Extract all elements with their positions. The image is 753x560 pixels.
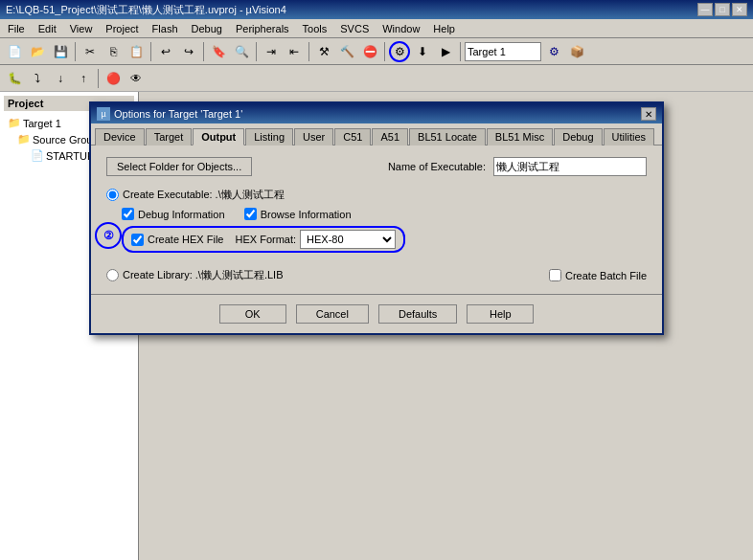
save-button[interactable]: 💾 bbox=[50, 41, 71, 62]
toolbar-sep-1 bbox=[75, 42, 76, 61]
minimize-button[interactable]: — bbox=[697, 3, 713, 16]
modal-overlay: µ Options for Target 'Target 1' ✕ Device… bbox=[0, 92, 753, 560]
tab-a51[interactable]: A51 bbox=[372, 128, 408, 146]
toolbar-secondary: 🐛 ⤵ ↓ ↑ 🔴 👁 bbox=[0, 65, 753, 92]
stop-build-button[interactable]: ⛔ bbox=[359, 41, 380, 62]
toolbar-sep-5 bbox=[308, 42, 309, 61]
title-bar: E:\LQB-51_Project\测试工程\懒人测试工程.uvproj - µ… bbox=[0, 0, 753, 19]
toolbar-main: 📄 📂 💾 ✂ ⎘ 📋 ↩ ↪ 🔖 🔍 ⇥ ⇤ ⚒ 🔨 ⛔ ⚙ ⬇ ▶ Targ… bbox=[0, 38, 753, 65]
ok-button[interactable]: OK bbox=[219, 304, 286, 324]
create-library-row: Create Library: .\懒人测试工程.LIB bbox=[106, 268, 284, 282]
step-out-button[interactable]: ↑ bbox=[73, 68, 94, 89]
watch-button[interactable]: 👁 bbox=[126, 68, 147, 89]
menu-window[interactable]: Window bbox=[378, 22, 423, 35]
hex-format-label: HEX Format: bbox=[235, 234, 296, 245]
dialog-title-icon: µ bbox=[97, 107, 110, 121]
help-button[interactable]: Help bbox=[467, 304, 534, 324]
options-target-button[interactable]: ⚙ bbox=[389, 41, 410, 62]
tab-target[interactable]: Target bbox=[146, 128, 193, 146]
step-over-button[interactable]: ⤵ bbox=[27, 68, 48, 89]
menu-svcs[interactable]: SVCS bbox=[336, 22, 373, 35]
defaults-button[interactable]: Defaults bbox=[378, 304, 457, 324]
find-button[interactable]: 🔍 bbox=[231, 41, 252, 62]
menu-tools[interactable]: Tools bbox=[299, 22, 331, 35]
tab-bl51-locate[interactable]: BL51 Locate bbox=[409, 128, 486, 146]
paste-button[interactable]: 📋 bbox=[126, 41, 147, 62]
dialog-close-button[interactable]: ✕ bbox=[641, 107, 656, 121]
breakpoint-button[interactable]: 🔴 bbox=[103, 68, 124, 89]
bottom-row: Create Library: .\懒人测试工程.LIB Create Batc… bbox=[106, 268, 647, 282]
create-exe-section: Create Executable: .\懒人测试工程 Debug Inform… bbox=[106, 188, 647, 253]
menu-file[interactable]: File bbox=[4, 22, 29, 35]
redo-button[interactable]: ↪ bbox=[178, 41, 199, 62]
tab-utilities[interactable]: Utilities bbox=[604, 128, 654, 146]
dialog-content: Select Folder for Objects... Name of Exe… bbox=[91, 146, 662, 294]
toolbar2-sep bbox=[98, 69, 99, 88]
toolbar-sep-3 bbox=[203, 42, 204, 61]
options-dialog: µ Options for Target 'Target 1' ✕ Device… bbox=[89, 101, 664, 335]
menu-edit[interactable]: Edit bbox=[34, 22, 60, 35]
hex-format-select[interactable]: HEX-80 HEX-386 bbox=[300, 230, 396, 249]
create-batch-label: Create Batch File bbox=[565, 270, 647, 281]
dialog-title-bar: µ Options for Target 'Target 1' ✕ bbox=[91, 104, 662, 123]
debug-info-row: Debug Information Browse Information bbox=[122, 208, 647, 220]
dialog-title-text: Options for Target 'Target 1' bbox=[114, 108, 641, 120]
dialog-button-row: OK Cancel Defaults Help bbox=[91, 294, 662, 333]
package-installer-button[interactable]: 📦 bbox=[566, 41, 587, 62]
create-hex-checkbox[interactable] bbox=[131, 234, 144, 246]
tab-output[interactable]: Output bbox=[193, 128, 244, 146]
tab-debug[interactable]: Debug bbox=[554, 128, 602, 146]
toolbar-sep-6 bbox=[384, 42, 385, 61]
cut-button[interactable]: ✂ bbox=[80, 41, 101, 62]
folder-name-row: Select Folder for Objects... Name of Exe… bbox=[106, 157, 647, 176]
tab-c51[interactable]: C51 bbox=[334, 128, 371, 146]
build-button[interactable]: ⚒ bbox=[313, 41, 334, 62]
run-button[interactable]: ▶ bbox=[435, 41, 456, 62]
menu-view[interactable]: View bbox=[66, 22, 97, 35]
undo-button[interactable]: ↩ bbox=[155, 41, 176, 62]
menu-project[interactable]: Project bbox=[102, 22, 142, 35]
create-library-label: Create Library: .\懒人测试工程.LIB bbox=[123, 268, 284, 282]
tab-device[interactable]: Device bbox=[95, 128, 145, 146]
download-button[interactable]: ⬇ bbox=[412, 41, 433, 62]
debug-info-checkbox[interactable] bbox=[122, 208, 134, 220]
toolbar-sep-7 bbox=[460, 42, 461, 61]
name-label: Name of Executable: bbox=[388, 161, 486, 172]
create-exe-row: Create Executable: .\懒人测试工程 bbox=[106, 188, 647, 202]
select-folder-button[interactable]: Select Folder for Objects... bbox=[106, 157, 252, 176]
tab-user[interactable]: User bbox=[294, 128, 333, 146]
open-file-button[interactable]: 📂 bbox=[27, 41, 48, 62]
copy-button[interactable]: ⎘ bbox=[103, 41, 124, 62]
menu-flash[interactable]: Flash bbox=[148, 22, 182, 35]
step-into-button[interactable]: ↓ bbox=[50, 68, 71, 89]
target-selector[interactable]: Target 1 bbox=[465, 42, 541, 61]
menu-peripherals[interactable]: Peripherals bbox=[232, 22, 293, 35]
toolbar-sep-2 bbox=[150, 42, 151, 61]
outdent-button[interactable]: ⇤ bbox=[284, 41, 305, 62]
browse-info-checkbox[interactable] bbox=[244, 208, 257, 220]
tab-bl51-misc[interactable]: BL51 Misc bbox=[487, 128, 553, 146]
create-hex-row: ② Create HEX File HEX Format: HEX-80 HEX… bbox=[122, 226, 647, 253]
menu-debug[interactable]: Debug bbox=[188, 22, 226, 35]
target-options-button[interactable]: ⚙ bbox=[543, 41, 564, 62]
tab-listing[interactable]: Listing bbox=[245, 128, 293, 146]
start-debug-button[interactable]: 🐛 bbox=[4, 68, 25, 89]
create-batch-row: Create Batch File bbox=[549, 269, 647, 281]
cancel-button[interactable]: Cancel bbox=[296, 304, 369, 324]
create-batch-checkbox[interactable] bbox=[549, 269, 561, 281]
debug-info-label: Debug Information bbox=[138, 209, 225, 220]
browse-info-label: Browse Information bbox=[261, 209, 352, 220]
create-library-radio[interactable] bbox=[106, 269, 119, 281]
executable-name-input[interactable] bbox=[493, 157, 647, 176]
menu-help[interactable]: Help bbox=[429, 22, 459, 35]
rebuild-button[interactable]: 🔨 bbox=[336, 41, 357, 62]
maximize-button[interactable]: □ bbox=[715, 3, 730, 16]
toolbar-sep-4 bbox=[256, 42, 257, 61]
create-exe-radio[interactable] bbox=[106, 189, 119, 201]
close-button[interactable]: ✕ bbox=[732, 3, 747, 16]
create-exe-label: Create Executable: .\懒人测试工程 bbox=[123, 188, 285, 202]
window-title: E:\LQB-51_Project\测试工程\懒人测试工程.uvproj - µ… bbox=[6, 3, 697, 17]
indent-button[interactable]: ⇥ bbox=[261, 41, 282, 62]
bookmark-button[interactable]: 🔖 bbox=[208, 41, 229, 62]
new-file-button[interactable]: 📄 bbox=[4, 41, 25, 62]
